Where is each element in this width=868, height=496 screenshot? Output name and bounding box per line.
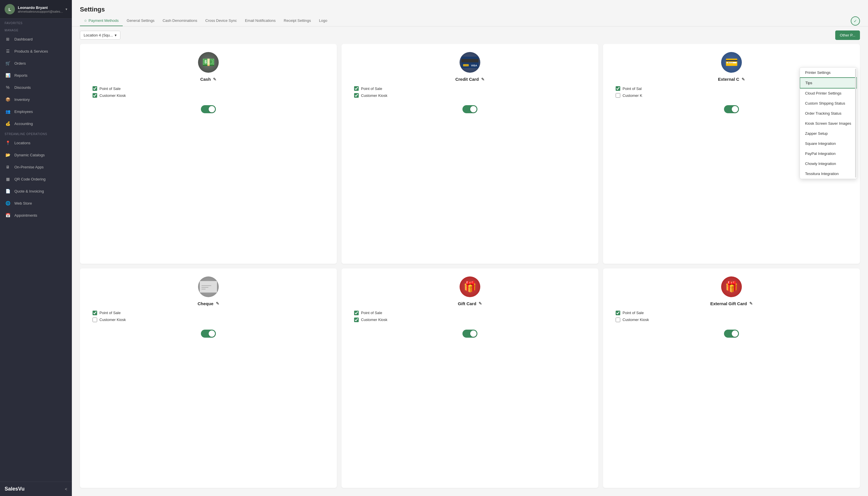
location-value: Location 4 (Squ...: [84, 33, 113, 37]
gift-pos-checkbox[interactable]: [354, 311, 359, 315]
other-payment-button[interactable]: Other P...: [835, 30, 860, 40]
nav-item-quote-invoicing[interactable]: 📄 Quote & Invoicing: [0, 185, 72, 197]
credit-edit-icon[interactable]: ✎: [481, 77, 484, 82]
streamline-label: STREAMLINE OPERATIONS: [0, 129, 72, 137]
cash-kiosk-checkbox[interactable]: [93, 93, 97, 98]
content-area: Location 4 (Squ... ▾ Other P... 💵 Cash ✎…: [72, 27, 868, 496]
ext-gift-toggle[interactable]: [724, 330, 739, 338]
cheque-pos-row: Point of Sale: [87, 311, 330, 315]
nav-item-inventory[interactable]: 📦 Inventory: [0, 93, 72, 106]
cash-card-title: Cash ✎: [200, 77, 217, 82]
nav-label-catalogs: Dynamic Catalogs: [14, 153, 45, 157]
nav-label-dashboard: Dashboard: [14, 37, 33, 41]
ext-gift-kiosk-checkbox[interactable]: [616, 317, 620, 322]
gift-card-icon: 🎁: [460, 277, 480, 297]
location-select[interactable]: Location 4 (Squ... ▾: [80, 31, 121, 40]
external-kiosk-checkbox[interactable]: [616, 93, 620, 98]
ext-gift-pos-checkbox[interactable]: [616, 311, 620, 315]
cash-card-icon: 💵: [198, 52, 219, 73]
tab-receipt-settings[interactable]: Receipt Settings: [280, 16, 315, 26]
nav-label-apps: On-Premise Apps: [14, 165, 44, 169]
cash-toggle[interactable]: [201, 105, 216, 113]
tab-payment-methods[interactable]: ☆ Payment Methods: [80, 16, 123, 26]
cheque-card-title: Cheque ✎: [198, 301, 219, 306]
ext-gift-pos-row: Point of Sale: [610, 311, 853, 315]
nav-item-dynamic-catalogs[interactable]: 📂 Dynamic Catalogs: [0, 149, 72, 161]
nav-item-on-premise-apps[interactable]: 🖥 On-Premise Apps: [0, 161, 72, 173]
favorites-label: FAVORITES: [0, 19, 72, 26]
collapse-sidebar-button[interactable]: <: [65, 487, 67, 492]
nav-label-products: Products & Services: [14, 49, 48, 53]
external-toggle[interactable]: [724, 105, 739, 113]
nav-item-accounting[interactable]: 💰 Accounting: [0, 118, 72, 129]
ext-gift-edit-icon[interactable]: ✎: [749, 301, 753, 306]
nav-item-locations[interactable]: 📍 Locations: [0, 137, 72, 149]
locations-icon: 📍: [4, 140, 11, 146]
tabs-more-button[interactable]: ✓: [851, 16, 860, 26]
user-profile[interactable]: L Leonardo Bryant ahmetsalesvusuppport@s…: [0, 0, 72, 19]
nav-item-products-services[interactable]: ☰ Products & Services: [0, 45, 72, 57]
dropdown-item-tessitura[interactable]: Tessitura Integration: [800, 169, 857, 179]
dropdown-item-paypal[interactable]: PayPal Integration: [800, 149, 857, 159]
nav-item-employees[interactable]: 👥 Employees: [0, 106, 72, 118]
orders-icon: 🛒: [4, 60, 11, 66]
credit-pos-checkbox[interactable]: [354, 86, 359, 91]
gift-edit-icon[interactable]: ✎: [479, 301, 482, 306]
nav-item-web-store[interactable]: 🌐 Web Store: [0, 197, 72, 209]
nav-label-appointments: Appointments: [14, 213, 37, 218]
external-pos-checkbox[interactable]: [616, 86, 620, 91]
dropdown-item-tips[interactable]: Tips: [800, 77, 857, 89]
dropdown-item-custom-shipping[interactable]: Custom Shipping Status: [800, 98, 857, 108]
svg-rect-2: [463, 64, 469, 66]
nav-label-employees: Employees: [14, 109, 33, 114]
nav-item-orders[interactable]: 🛒 Orders: [0, 57, 72, 69]
dropdown-item-chowly[interactable]: Chowly Integration: [800, 159, 857, 169]
sidebar-footer: SalesVu <: [0, 482, 72, 496]
nav-label-reports: Reports: [14, 73, 28, 78]
nav-item-dashboard[interactable]: ⊞ Dashboard: [0, 33, 72, 45]
manage-label: MANAGE: [0, 26, 72, 33]
tab-logo[interactable]: Logo: [315, 16, 331, 26]
gift-toggle[interactable]: [463, 330, 477, 338]
external-edit-icon[interactable]: ✎: [742, 77, 745, 82]
tab-email-notifications[interactable]: Email Notifications: [241, 16, 280, 26]
tab-cross-device-sync[interactable]: Cross Device Sync: [201, 16, 241, 26]
cheque-kiosk-checkbox[interactable]: [93, 317, 97, 322]
tab-general-settings[interactable]: General Settings: [123, 16, 159, 26]
credit-toggle[interactable]: [463, 105, 477, 113]
nav-item-appointments[interactable]: 📅 Appointments: [0, 209, 72, 221]
cheque-edit-icon[interactable]: ✎: [216, 301, 219, 306]
gift-card-title: Gift Card ✎: [458, 301, 482, 306]
cash-toggle-container: [201, 105, 216, 113]
nav-item-discounts[interactable]: % Discounts: [0, 81, 72, 93]
other-payment-dropdown: Printer Settings Tips Cloud Printer Sett…: [800, 67, 857, 179]
svg-text:VISA: VISA: [471, 64, 477, 67]
nav-label-discounts: Discounts: [14, 86, 31, 90]
dropdown-item-zapper[interactable]: Zapper Setup: [800, 128, 857, 139]
credit-toggle-container: [463, 105, 477, 113]
user-name: Leonardo Bryant: [18, 5, 64, 10]
nav-label-accounting: Accounting: [14, 122, 33, 126]
dropdown-item-order-tracking[interactable]: Order Tracking Status: [800, 108, 857, 119]
ext-gift-toggle-container: [724, 330, 739, 338]
salesvu-logo: SalesVu: [4, 486, 25, 492]
accounting-icon: 💰: [4, 120, 11, 127]
cash-pos-checkbox[interactable]: [93, 86, 97, 91]
nav-item-qr-code-ordering[interactable]: ▦ QR Code Ordering: [0, 173, 72, 185]
payment-card-ext-gift: 🎁 External Gift Card ✎ Point of Sale Cus…: [603, 268, 860, 488]
nav-item-reports[interactable]: 📊 Reports: [0, 69, 72, 81]
credit-card-title: Credit Card ✎: [455, 77, 484, 82]
cheque-toggle[interactable]: [201, 330, 216, 338]
gift-kiosk-checkbox[interactable]: [354, 317, 359, 322]
ext-gift-card-title: External Gift Card ✎: [710, 301, 753, 306]
dropdown-item-printer-settings[interactable]: Printer Settings: [800, 67, 857, 78]
tab-cash-denominations[interactable]: Cash Denominations: [159, 16, 201, 26]
cash-edit-icon[interactable]: ✎: [213, 77, 216, 82]
gift-toggle-container: [463, 330, 477, 338]
dropdown-item-kiosk-saver[interactable]: Kiosk Screen Saver Images: [800, 119, 857, 128]
credit-kiosk-checkbox[interactable]: [354, 93, 359, 98]
dropdown-item-cloud-printer[interactable]: Cloud Printer Settings: [800, 88, 857, 98]
dashboard-icon: ⊞: [4, 36, 11, 42]
dropdown-item-square[interactable]: Square Integration: [800, 139, 857, 149]
cheque-pos-checkbox[interactable]: [93, 311, 97, 315]
